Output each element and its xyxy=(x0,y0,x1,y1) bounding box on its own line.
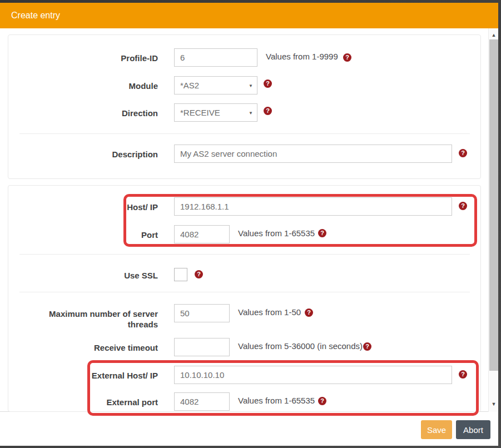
create-entry-dialog: Create entry Profile-ID Values from 1-99… xyxy=(0,3,498,446)
section-divider xyxy=(19,133,470,134)
description-label: Description xyxy=(8,149,158,160)
page-background: Create entry Profile-ID Values from 1-99… xyxy=(0,0,501,448)
abort-button[interactable]: Abort xyxy=(456,420,490,439)
profile-id-input[interactable] xyxy=(174,48,257,67)
dialog-title: Create entry xyxy=(11,11,60,21)
help-icon[interactable]: ? xyxy=(305,308,313,317)
module-label: Module xyxy=(8,81,158,91)
module-select[interactable]: *AS2 ▼ xyxy=(174,76,257,94)
help-icon[interactable]: ? xyxy=(459,149,467,157)
external-host-ip-label: External Host/ IP xyxy=(8,370,158,381)
external-port-input[interactable] xyxy=(174,392,230,411)
max-threads-input[interactable] xyxy=(174,304,230,322)
help-icon[interactable]: ? xyxy=(343,53,351,62)
dialog-header: Create entry xyxy=(0,3,498,28)
section-divider xyxy=(19,292,470,292)
host-ip-input[interactable] xyxy=(174,197,452,216)
scrollbar-track[interactable]: ▲ ▼ xyxy=(488,28,498,412)
receive-timeout-note: Values from 5-36000 (in seconds) xyxy=(238,341,363,351)
port-input[interactable] xyxy=(174,225,230,243)
help-icon[interactable]: ? xyxy=(264,79,272,88)
help-icon[interactable]: ? xyxy=(318,229,326,237)
direction-select-value: *RECEIVE xyxy=(180,108,220,117)
direction-label: Direction xyxy=(8,108,158,118)
help-icon[interactable]: ? xyxy=(195,270,203,278)
scroll-down-icon[interactable]: ▼ xyxy=(489,400,499,408)
help-icon[interactable]: ? xyxy=(318,397,326,405)
profile-id-note: Values from 1-9999 xyxy=(266,52,338,61)
module-select-value: *AS2 xyxy=(180,81,199,90)
dialog-body: Profile-ID Values from 1-9999 ? Module *… xyxy=(0,28,498,412)
chevron-down-icon: ▼ xyxy=(249,111,253,116)
port-note: Values from 1-65535 xyxy=(238,228,315,238)
external-host-ip-input[interactable] xyxy=(174,366,452,384)
profile-id-label: Profile-ID xyxy=(8,53,158,63)
help-icon[interactable]: ? xyxy=(459,202,467,210)
scroll-up-icon[interactable]: ▲ xyxy=(489,31,499,39)
external-port-label: External port xyxy=(8,397,158,407)
use-ssl-checkbox[interactable] xyxy=(174,268,187,281)
host-ip-label: Host/ IP xyxy=(8,202,158,212)
save-button[interactable]: Save xyxy=(421,420,452,439)
receive-timeout-input[interactable] xyxy=(174,338,230,356)
external-port-note: Values from 1-65535 xyxy=(238,396,315,405)
description-input[interactable] xyxy=(174,145,452,163)
help-icon[interactable]: ? xyxy=(459,370,467,379)
max-threads-note: Values from 1-50 xyxy=(238,307,301,317)
help-icon[interactable]: ? xyxy=(363,342,371,351)
chevron-down-icon: ▼ xyxy=(249,83,253,88)
port-label: Port xyxy=(8,230,158,240)
use-ssl-label: Use SSL xyxy=(8,270,158,281)
max-threads-label: Maximum number of server threads xyxy=(47,308,158,330)
help-icon[interactable]: ? xyxy=(264,107,272,115)
dialog-footer: Save Abort xyxy=(0,412,498,446)
receive-timeout-label: Receive timeout xyxy=(8,342,158,353)
scrollbar-thumb[interactable] xyxy=(489,39,498,371)
section-divider xyxy=(19,254,470,255)
direction-select[interactable]: *RECEIVE ▼ xyxy=(174,103,257,122)
